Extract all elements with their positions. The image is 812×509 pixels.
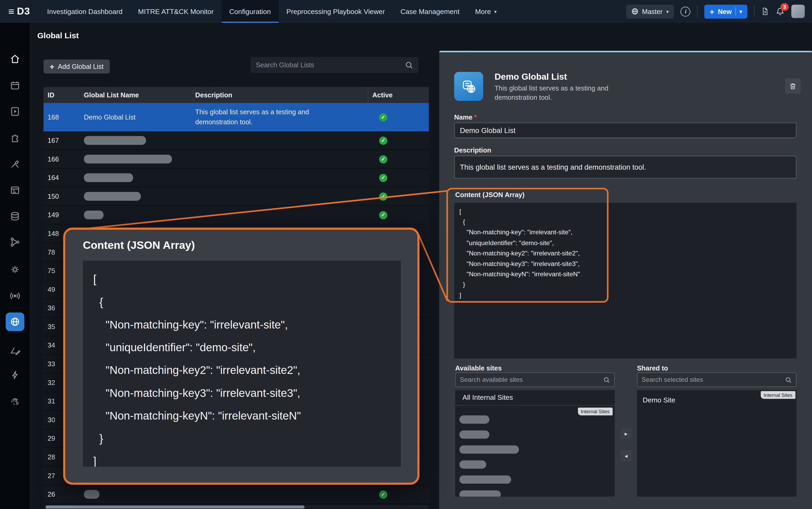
brand-text: D3 (17, 6, 30, 17)
nav-item-label: More (475, 7, 491, 15)
move-left-button[interactable]: ◂ (621, 450, 632, 462)
description-field[interactable] (454, 156, 797, 178)
row-id: 149 (43, 211, 83, 219)
automation-bolt-icon[interactable] (5, 366, 24, 384)
global-list-detail-panel: Demo Global List This global list serves… (439, 50, 812, 509)
horizontal-scrollbar-thumb[interactable] (46, 505, 305, 508)
globe-icon (631, 8, 638, 15)
internal-sites-tag: Internal Sites (578, 408, 613, 415)
global-list-row[interactable]: 168Demo Global ListThis global list serv… (43, 103, 429, 131)
user-avatar[interactable] (791, 5, 805, 18)
active-check-icon: ✓ (379, 192, 387, 201)
zoom-callout-title: Content (JSON Array) (83, 239, 195, 251)
search-icon[interactable] (785, 376, 792, 383)
content-label: Content (JSON Array) (455, 191, 524, 198)
detail-title: Demo Global List (495, 72, 567, 82)
redacted-site-name[interactable] (459, 430, 490, 439)
global-list-row[interactable]: 149✓ (43, 206, 429, 225)
move-right-button[interactable]: ▸ (621, 428, 632, 439)
nav-item-label: MITRE ATT&CK Monitor (138, 7, 214, 15)
row-id: 26 (43, 490, 83, 498)
alert-edit-icon[interactable] (5, 341, 24, 360)
row-active: ✓ (368, 490, 429, 499)
global-list-row[interactable]: 166✓ (43, 150, 429, 169)
new-button[interactable]: + New ▾ (705, 4, 747, 19)
shared-sites-search (637, 373, 797, 387)
arrow-left-icon: ◂ (625, 452, 628, 459)
redacted-site-name[interactable] (459, 445, 519, 453)
home-icon[interactable] (5, 49, 24, 68)
settings-gear-icon[interactable] (5, 260, 24, 279)
row-name (83, 490, 194, 499)
redacted-site-name[interactable] (459, 461, 486, 469)
row-name (83, 155, 194, 163)
redacted-name (84, 490, 100, 499)
row-id: 167 (43, 137, 83, 144)
column-header-active: Active (368, 87, 429, 103)
database-icon[interactable] (5, 207, 24, 226)
search-icon[interactable] (603, 376, 610, 383)
nav-item-configuration[interactable]: Configuration (221, 0, 278, 23)
nav-item-label: Preprocessing Playbook Viewer (286, 7, 385, 15)
active-check-icon: ✓ (379, 113, 387, 122)
notifications-button[interactable]: 3 (776, 7, 784, 16)
table-header: ID Global List Name Description Active (43, 87, 429, 103)
info-icon[interactable]: i (681, 7, 690, 16)
global-list-row[interactable]: 167✓ (43, 131, 429, 150)
connections-icon[interactable] (5, 233, 24, 251)
page-title: Global List (37, 31, 79, 40)
app-logo[interactable]: ≡ D3 (0, 0, 39, 23)
global-list-row[interactable]: 26✓ (43, 485, 429, 504)
shared-sites-list: Internal Sites Demo Site (637, 390, 797, 497)
redacted-name (84, 155, 172, 163)
icon-sidebar (0, 23, 30, 509)
delete-button[interactable] (785, 78, 801, 94)
global-lists-globe-icon[interactable] (5, 312, 24, 331)
redacted-site-name[interactable] (459, 415, 490, 423)
global-list-row[interactable]: 164✓ (43, 169, 429, 188)
plus-icon: + (710, 7, 714, 15)
row-description-text: This global list serves as a testing and… (195, 104, 331, 130)
row-id: 150 (43, 192, 83, 200)
shared-sites-search-input[interactable] (642, 376, 785, 383)
divider (697, 6, 698, 17)
broadcast-icon[interactable] (5, 286, 24, 305)
global-list-search-input[interactable] (256, 61, 405, 69)
nav-item-preprocessing-playbook-viewer[interactable]: Preprocessing Playbook Viewer (279, 0, 393, 23)
nav-item-label: Case Management (401, 7, 460, 15)
content-json-editor[interactable]: [ { "Non-matching-key": "irrelevant-site… (454, 203, 797, 359)
utilities-tools-icon[interactable] (5, 155, 24, 173)
add-global-list-button[interactable]: + Add Global List (43, 59, 110, 73)
nav-item-investigation-dashboard[interactable]: Investigation Dashboard (39, 0, 130, 23)
row-active: ✓ (368, 173, 429, 182)
calendar-icon[interactable] (5, 76, 24, 95)
row-name (83, 210, 194, 219)
available-sites-search (455, 373, 615, 387)
integrations-puzzle-icon[interactable] (5, 128, 24, 147)
row-name (83, 136, 194, 145)
tenant-selector[interactable]: Master ▾ (626, 4, 674, 19)
search-icon[interactable] (405, 61, 413, 69)
new-button-label: New (718, 7, 732, 15)
row-name (83, 173, 194, 182)
fingerprint-icon[interactable] (5, 392, 24, 411)
global-list-avatar-icon (454, 72, 483, 101)
nav-item-mitre-att-ck-monitor[interactable]: MITRE ATT&CK Monitor (130, 0, 221, 23)
tenant-label: Master (642, 7, 662, 15)
global-list-row[interactable]: 150✓ (43, 188, 429, 206)
name-field[interactable] (454, 123, 797, 138)
row-name (83, 192, 194, 201)
document-icon[interactable] (761, 7, 769, 16)
detail-subtitle: This global list serves as a testing and… (495, 84, 639, 103)
playbook-icon[interactable] (5, 102, 24, 121)
nav-item-more[interactable]: More▾ (467, 0, 504, 23)
redacted-site-name[interactable] (459, 475, 511, 484)
available-sites-search-input[interactable] (460, 376, 603, 383)
schedule-icon[interactable] (5, 180, 24, 199)
all-internal-sites-group[interactable]: All Internal Sites (455, 390, 615, 406)
description-label: Description (454, 146, 491, 154)
redacted-site-name[interactable] (459, 490, 501, 497)
nav-item-case-management[interactable]: Case Management (393, 0, 467, 23)
active-check-icon: ✓ (379, 136, 387, 145)
row-id: 168 (43, 113, 83, 121)
